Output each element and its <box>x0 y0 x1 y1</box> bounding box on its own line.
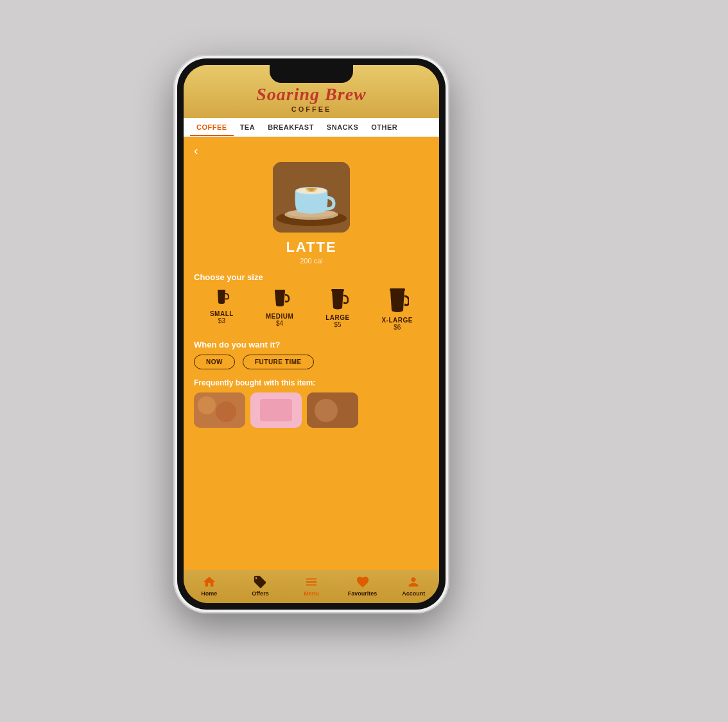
tab-snacks[interactable]: SNACKS <box>320 118 365 136</box>
product-calories: 200 cal <box>194 257 429 265</box>
nav-account[interactable]: Account <box>397 575 429 597</box>
nav-home[interactable]: Home <box>193 575 225 597</box>
svg-rect-9 <box>275 290 285 292</box>
tab-other[interactable]: OTHER <box>365 118 404 136</box>
nav-favourites[interactable]: Favourites <box>347 575 379 597</box>
frequently-section: Frequently bought with this item: <box>194 378 429 428</box>
scene: Soaring Brew COFFEE COFFEE TEA BREAKFAST… <box>0 0 728 722</box>
large-cup-icon <box>327 287 349 312</box>
freq-item-2[interactable] <box>250 392 302 428</box>
main-content: ‹ <box>184 137 439 570</box>
product-image-wrap <box>194 162 429 233</box>
nav-offers[interactable]: Offers <box>244 575 276 597</box>
svg-point-14 <box>392 308 403 312</box>
svg-point-10 <box>276 304 284 306</box>
offers-icon <box>253 575 267 589</box>
svg-rect-13 <box>390 288 405 291</box>
frequently-items <box>194 392 429 428</box>
size-small[interactable]: SMALL $3 <box>210 287 234 331</box>
frequently-label: Frequently bought with this item: <box>194 378 429 387</box>
tab-coffee[interactable]: COFFEE <box>190 118 234 136</box>
category-nav: COFFEE TEA BREAKFAST SNACKS OTHER <box>184 118 439 137</box>
now-button[interactable]: NOW <box>194 355 235 369</box>
xlarge-label: X-LARGE <box>382 317 413 324</box>
nav-account-label: Account <box>402 590 425 597</box>
large-label: LARGE <box>325 314 350 321</box>
size-xlarge[interactable]: X-LARGE $6 <box>382 287 413 331</box>
xlarge-price: $6 <box>394 324 401 331</box>
svg-point-6 <box>309 188 313 191</box>
size-options: SMALL $3 <box>194 287 429 331</box>
svg-rect-11 <box>331 289 344 292</box>
svg-point-21 <box>315 399 338 422</box>
phone-inner: Soaring Brew COFFEE COFFEE TEA BREAKFAST… <box>177 58 446 610</box>
freq-item-3[interactable] <box>307 392 358 428</box>
svg-point-8 <box>218 301 225 304</box>
product-name: LATTE <box>194 239 429 256</box>
small-cup-icon <box>212 287 230 308</box>
svg-point-17 <box>216 401 236 422</box>
svg-rect-19 <box>260 399 292 421</box>
notch <box>270 65 353 83</box>
favourites-icon <box>356 575 370 589</box>
screen-content: Soaring Brew COFFEE COFFEE TEA BREAKFAST… <box>184 65 439 603</box>
brand-sub: COFFEE <box>190 105 433 113</box>
account-icon <box>406 575 420 589</box>
menu-icon <box>304 575 318 589</box>
nav-menu-label: Menu <box>304 590 319 597</box>
svg-rect-7 <box>218 290 225 292</box>
svg-point-12 <box>333 306 342 310</box>
large-price: $5 <box>334 321 341 328</box>
size-medium[interactable]: MEDIUM $4 <box>266 287 294 331</box>
small-price: $3 <box>218 317 225 324</box>
product-image <box>273 162 350 233</box>
nav-offers-label: Offers <box>252 590 269 597</box>
freq-item-1[interactable] <box>194 392 245 428</box>
time-label: When do you want it? <box>194 340 429 349</box>
medium-price: $4 <box>276 320 283 327</box>
back-button[interactable]: ‹ <box>194 143 198 158</box>
bottom-nav: Home Offers Menu <box>184 570 439 603</box>
home-icon <box>202 575 216 589</box>
tab-tea[interactable]: TEA <box>234 118 262 136</box>
phone-outer: Soaring Brew COFFEE COFFEE TEA BREAKFAST… <box>173 55 449 613</box>
xlarge-cup-icon <box>386 287 409 314</box>
size-label: Choose your size <box>194 272 429 282</box>
medium-cup-icon <box>270 287 290 310</box>
phone-screen: Soaring Brew COFFEE COFFEE TEA BREAKFAST… <box>184 65 439 603</box>
brand-script: Soaring Brew <box>190 84 433 105</box>
small-label: SMALL <box>210 310 234 317</box>
svg-point-16 <box>198 396 216 414</box>
nav-favourites-label: Favourites <box>348 590 377 597</box>
time-options: NOW FUTURE TIME <box>194 355 429 369</box>
nav-home-label: Home <box>201 590 217 597</box>
tab-breakfast[interactable]: BREAKFAST <box>261 118 320 136</box>
size-large[interactable]: LARGE $5 <box>325 287 350 331</box>
future-time-button[interactable]: FUTURE TIME <box>243 355 314 369</box>
medium-label: MEDIUM <box>266 313 294 320</box>
nav-menu[interactable]: Menu <box>295 575 327 597</box>
